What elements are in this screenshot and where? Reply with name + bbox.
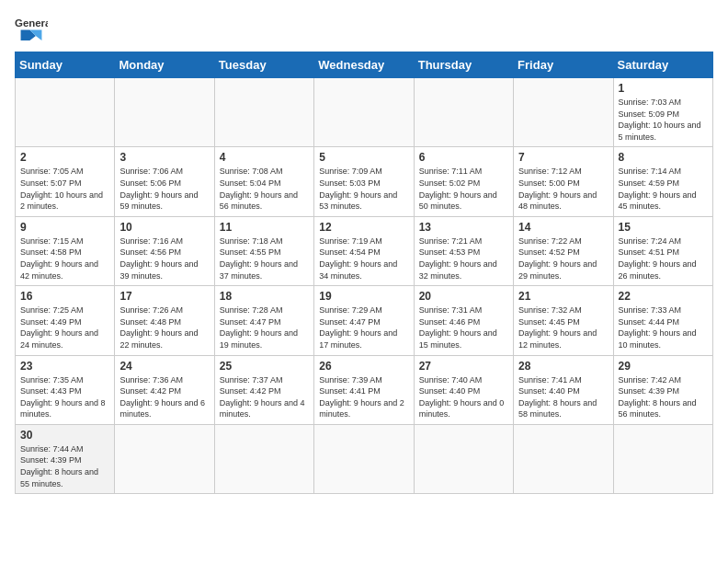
day-info: Sunrise: 7:28 AM Sunset: 4:47 PM Dayligh… <box>220 304 309 350</box>
day-info: Sunrise: 7:32 AM Sunset: 4:45 PM Dayligh… <box>518 304 608 350</box>
day-number: 17 <box>119 290 209 303</box>
calendar-cell <box>514 424 613 493</box>
day-info: Sunrise: 7:29 AM Sunset: 4:47 PM Dayligh… <box>319 304 408 350</box>
day-info: Sunrise: 7:18 AM Sunset: 4:55 PM Dayligh… <box>220 236 309 282</box>
calendar-cell: 26Sunrise: 7:39 AM Sunset: 4:41 PM Dayli… <box>314 355 414 424</box>
day-info: Sunrise: 7:05 AM Sunset: 5:07 PM Dayligh… <box>20 166 109 212</box>
day-info: Sunrise: 7:40 AM Sunset: 4:40 PM Dayligh… <box>419 374 508 420</box>
svg-text:General: General <box>15 17 48 29</box>
col-saturday: Saturday <box>613 52 712 78</box>
day-info: Sunrise: 7:25 AM Sunset: 4:49 PM Dayligh… <box>20 304 109 350</box>
day-number: 26 <box>319 360 408 373</box>
calendar-cell: 11Sunrise: 7:18 AM Sunset: 4:55 PM Dayli… <box>214 216 313 285</box>
day-number: 9 <box>20 221 109 234</box>
page-header: General <box>15 15 713 40</box>
day-number: 30 <box>20 429 109 442</box>
calendar-cell: 19Sunrise: 7:29 AM Sunset: 4:47 PM Dayli… <box>314 286 414 355</box>
day-number: 28 <box>518 360 608 373</box>
day-number: 8 <box>619 151 708 164</box>
day-info: Sunrise: 7:21 AM Sunset: 4:53 PM Dayligh… <box>419 236 508 282</box>
col-monday: Monday <box>115 52 214 78</box>
day-number: 23 <box>20 360 109 373</box>
day-info: Sunrise: 7:16 AM Sunset: 4:56 PM Dayligh… <box>119 236 209 282</box>
calendar-cell: 28Sunrise: 7:41 AM Sunset: 4:40 PM Dayli… <box>514 355 613 424</box>
calendar-cell: 25Sunrise: 7:37 AM Sunset: 4:42 PM Dayli… <box>214 355 313 424</box>
logo: General <box>15 15 51 40</box>
calendar-cell: 16Sunrise: 7:25 AM Sunset: 4:49 PM Dayli… <box>16 286 115 355</box>
day-number: 24 <box>119 360 209 373</box>
calendar-cell: 21Sunrise: 7:32 AM Sunset: 4:45 PM Dayli… <box>514 286 613 355</box>
calendar-cell: 27Sunrise: 7:40 AM Sunset: 4:40 PM Dayli… <box>414 355 513 424</box>
calendar-cell: 18Sunrise: 7:28 AM Sunset: 4:47 PM Dayli… <box>214 286 313 355</box>
day-info: Sunrise: 7:35 AM Sunset: 4:43 PM Dayligh… <box>20 374 109 420</box>
day-info: Sunrise: 7:03 AM Sunset: 5:09 PM Dayligh… <box>619 97 708 143</box>
calendar-cell <box>214 424 313 493</box>
day-number: 27 <box>419 360 508 373</box>
day-number: 20 <box>419 290 508 303</box>
day-number: 21 <box>518 290 608 303</box>
calendar-cell: 24Sunrise: 7:36 AM Sunset: 4:42 PM Dayli… <box>115 355 214 424</box>
day-info: Sunrise: 7:06 AM Sunset: 5:06 PM Dayligh… <box>119 166 209 212</box>
day-number: 19 <box>319 290 408 303</box>
calendar-cell <box>16 78 115 147</box>
col-thursday: Thursday <box>414 52 513 78</box>
calendar-cell: 13Sunrise: 7:21 AM Sunset: 4:53 PM Dayli… <box>414 216 513 285</box>
calendar-cell: 9Sunrise: 7:15 AM Sunset: 4:58 PM Daylig… <box>16 216 115 285</box>
calendar-cell <box>414 78 513 147</box>
day-info: Sunrise: 7:37 AM Sunset: 4:42 PM Dayligh… <box>220 374 309 420</box>
day-number: 12 <box>319 221 408 234</box>
calendar-cell <box>514 78 613 147</box>
calendar-cell: 6Sunrise: 7:11 AM Sunset: 5:02 PM Daylig… <box>414 147 513 216</box>
calendar-table: Sunday Monday Tuesday Wednesday Thursday… <box>15 52 713 494</box>
day-number: 18 <box>220 290 309 303</box>
day-info: Sunrise: 7:22 AM Sunset: 4:52 PM Dayligh… <box>518 236 608 282</box>
calendar-cell: 20Sunrise: 7:31 AM Sunset: 4:46 PM Dayli… <box>414 286 513 355</box>
col-sunday: Sunday <box>16 52 115 78</box>
day-info: Sunrise: 7:08 AM Sunset: 5:04 PM Dayligh… <box>220 166 309 212</box>
col-tuesday: Tuesday <box>214 52 313 78</box>
calendar-cell <box>314 78 414 147</box>
day-number: 15 <box>619 221 708 234</box>
day-number: 4 <box>220 151 309 164</box>
calendar-cell: 10Sunrise: 7:16 AM Sunset: 4:56 PM Dayli… <box>115 216 214 285</box>
day-number: 7 <box>518 151 608 164</box>
calendar-cell: 1Sunrise: 7:03 AM Sunset: 5:09 PM Daylig… <box>613 78 712 147</box>
day-info: Sunrise: 7:31 AM Sunset: 4:46 PM Dayligh… <box>419 304 508 350</box>
day-number: 25 <box>220 360 309 373</box>
day-info: Sunrise: 7:42 AM Sunset: 4:39 PM Dayligh… <box>619 374 708 420</box>
day-number: 16 <box>20 290 109 303</box>
day-number: 2 <box>20 151 109 164</box>
day-info: Sunrise: 7:33 AM Sunset: 4:44 PM Dayligh… <box>619 304 708 350</box>
day-info: Sunrise: 7:14 AM Sunset: 4:59 PM Dayligh… <box>619 166 708 212</box>
day-info: Sunrise: 7:09 AM Sunset: 5:03 PM Dayligh… <box>319 166 408 212</box>
calendar-cell: 15Sunrise: 7:24 AM Sunset: 4:51 PM Dayli… <box>613 216 712 285</box>
day-info: Sunrise: 7:15 AM Sunset: 4:58 PM Dayligh… <box>20 236 109 282</box>
day-number: 13 <box>419 221 508 234</box>
logo-icon: General <box>15 15 48 40</box>
calendar-cell: 5Sunrise: 7:09 AM Sunset: 5:03 PM Daylig… <box>314 147 414 216</box>
day-number: 6 <box>419 151 508 164</box>
calendar-cell: 22Sunrise: 7:33 AM Sunset: 4:44 PM Dayli… <box>613 286 712 355</box>
calendar-cell <box>115 78 214 147</box>
col-wednesday: Wednesday <box>314 52 414 78</box>
day-number: 14 <box>518 221 608 234</box>
calendar-cell <box>613 424 712 493</box>
calendar-cell: 12Sunrise: 7:19 AM Sunset: 4:54 PM Dayli… <box>314 216 414 285</box>
calendar-cell: 2Sunrise: 7:05 AM Sunset: 5:07 PM Daylig… <box>16 147 115 216</box>
calendar-cell: 8Sunrise: 7:14 AM Sunset: 4:59 PM Daylig… <box>613 147 712 216</box>
day-info: Sunrise: 7:39 AM Sunset: 4:41 PM Dayligh… <box>319 374 408 420</box>
calendar-cell: 7Sunrise: 7:12 AM Sunset: 5:00 PM Daylig… <box>514 147 613 216</box>
calendar-cell <box>314 424 414 493</box>
calendar-cell: 30Sunrise: 7:44 AM Sunset: 4:39 PM Dayli… <box>16 424 115 493</box>
calendar-cell: 4Sunrise: 7:08 AM Sunset: 5:04 PM Daylig… <box>214 147 313 216</box>
day-info: Sunrise: 7:41 AM Sunset: 4:40 PM Dayligh… <box>518 374 608 420</box>
col-friday: Friday <box>514 52 613 78</box>
calendar-cell: 29Sunrise: 7:42 AM Sunset: 4:39 PM Dayli… <box>613 355 712 424</box>
day-number: 29 <box>619 360 708 373</box>
day-number: 5 <box>319 151 408 164</box>
calendar-cell <box>214 78 313 147</box>
day-info: Sunrise: 7:24 AM Sunset: 4:51 PM Dayligh… <box>619 236 708 282</box>
day-number: 22 <box>619 290 708 303</box>
day-info: Sunrise: 7:19 AM Sunset: 4:54 PM Dayligh… <box>319 236 408 282</box>
day-info: Sunrise: 7:26 AM Sunset: 4:48 PM Dayligh… <box>119 304 209 350</box>
